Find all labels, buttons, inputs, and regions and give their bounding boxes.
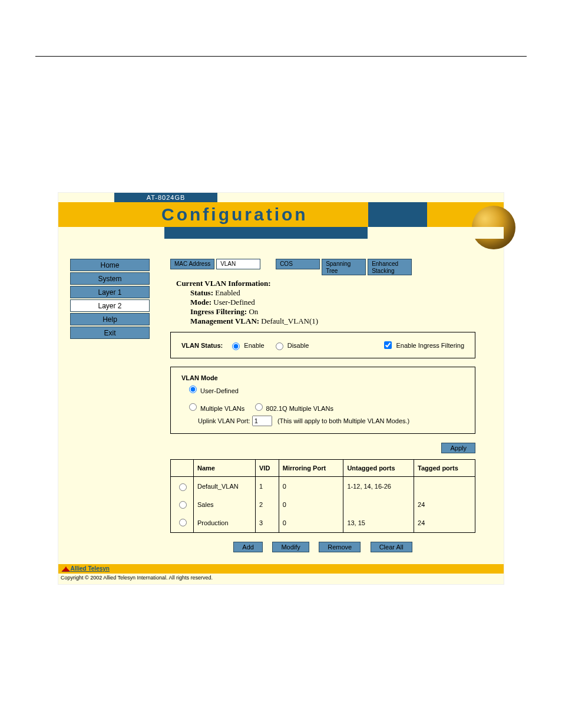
nav-exit[interactable]: Exit [70,327,150,339]
tab-spanning-tree[interactable]: Spanning Tree [322,259,366,275]
mode-value: User-Defined [213,298,254,307]
vlan-status-disable-radio[interactable] [276,342,283,350]
vlan-status-panel: VLAN Status: Enable Disable Enable Ingre… [170,332,475,358]
nav-layer2[interactable]: Layer 2 [70,299,150,312]
ingress-filtering-checkbox[interactable] [384,341,392,349]
col-vid: VID [256,460,279,477]
mode-multiple-label: Multiple VLANs [200,405,244,412]
cell-name: Production [194,514,256,533]
tab-enhanced-stacking[interactable]: Enhanced Stacking [368,259,412,275]
remove-button[interactable]: Remove [319,542,361,552]
vlan-info: Current VLAN Information: Status: Enable… [176,279,475,326]
banner: Configuration [58,202,504,227]
cell-tagged: 24 [414,495,475,513]
uplink-note: (This will apply to both Multiple VLAN M… [277,417,409,424]
vlan-table: Name VID Mirroring Port Untagged ports T… [170,459,475,533]
modify-button[interactable]: Modify [272,542,309,552]
cell-vid: 3 [256,514,279,533]
cell-name: Sales [194,495,256,513]
tab-mac-address[interactable]: MAC Address [170,259,214,269]
cell-name: Default_VLAN [194,477,256,496]
uplink-port-input[interactable] [252,416,272,426]
vlan-status-label: VLAN Status: [181,342,223,349]
mode-multiple-radio[interactable] [189,403,197,411]
status-value: Enabled [215,288,240,297]
banner-sub [58,227,504,239]
model-label: AT-8024GB [114,193,217,202]
vlan-mode-panel: VLAN Mode User-Defined Multiple VLANs 80… [170,367,475,434]
col-tagged: Tagged ports [414,460,475,477]
mgmt-label: Management VLAN: [190,317,259,325]
ingress-filtering-label: Enable Ingress Filtering [396,342,464,349]
add-button[interactable]: Add [233,542,263,552]
app-window: AT-8024GB Configuration Home System Laye… [58,192,504,585]
row-select-radio[interactable] [179,519,187,526]
col-select [171,460,194,477]
vlan-status-enable-radio[interactable] [232,342,240,350]
row-select-radio[interactable] [179,501,187,509]
table-row: Default_VLAN 1 0 1-12, 14, 16-26 [171,477,475,496]
ingress-value: On [249,307,258,316]
table-buttons: Add Modify Remove Clear All [170,541,475,552]
page-title: Configuration [161,202,308,227]
mode-user-defined-radio[interactable] [189,386,197,393]
cell-untagged: 1-12, 14, 16-26 [343,477,414,496]
footer-bar: ◢◣ Allied Telesyn [58,564,504,574]
nav-home[interactable]: Home [70,259,150,271]
clear-all-button[interactable]: Clear All [371,542,412,552]
col-mirroring: Mirroring Port [279,460,343,477]
nav-layer1[interactable]: Layer 1 [70,286,150,298]
row-select-radio[interactable] [179,483,187,491]
ingress-label: Ingress Filtering: [190,307,247,316]
cell-tagged [414,477,475,496]
copyright: Copyright © 2002 Allied Telesyn Internat… [58,574,504,584]
cell-untagged [343,495,414,513]
cell-tagged: 24 [414,514,475,533]
tab-vlan[interactable]: VLAN [216,259,260,269]
tab-bar: MAC Address VLAN COS Spanning Tree Enhan… [170,259,475,275]
mode-dot1q-radio[interactable] [255,403,263,411]
mode-user-defined-label: User-Defined [200,387,239,394]
vlan-status-disable-label: Disable [287,342,309,349]
nav-help[interactable]: Help [70,313,150,325]
brand-logo[interactable]: ◢◣ Allied Telesyn [62,564,110,574]
banner-accent [368,202,427,227]
cell-untagged: 13, 15 [343,514,414,533]
cell-mirroring: 0 [279,477,343,496]
tab-cos[interactable]: COS [276,259,320,269]
vlan-mode-heading: VLAN Mode [181,374,464,381]
table-row: Sales 2 0 24 [171,495,475,513]
mgmt-value: Default_VLAN(1) [261,317,318,325]
apply-button[interactable]: Apply [441,443,475,453]
table-row: Production 3 0 13, 15 24 [171,514,475,533]
mode-label: Mode: [190,298,211,307]
cell-vid: 2 [256,495,279,513]
vlan-info-heading: Current VLAN Information: [176,279,475,288]
cell-mirroring: 0 [279,514,343,533]
mode-dot1q-label: 802.1Q Multiple VLANs [266,405,333,412]
status-label: Status: [190,288,213,297]
nav-system[interactable]: System [70,272,150,285]
col-untagged: Untagged ports [343,460,414,477]
main-content: MAC Address VLAN COS Spanning Tree Enhan… [170,259,504,552]
vlan-status-enable-label: Enable [244,342,264,349]
col-name: Name [194,460,256,477]
sidebar: Home System Layer 1 Layer 2 Help Exit [58,259,170,552]
uplink-port-label: Uplink VLAN Port: [198,417,250,424]
cell-mirroring: 0 [279,495,343,513]
cell-vid: 1 [256,477,279,496]
